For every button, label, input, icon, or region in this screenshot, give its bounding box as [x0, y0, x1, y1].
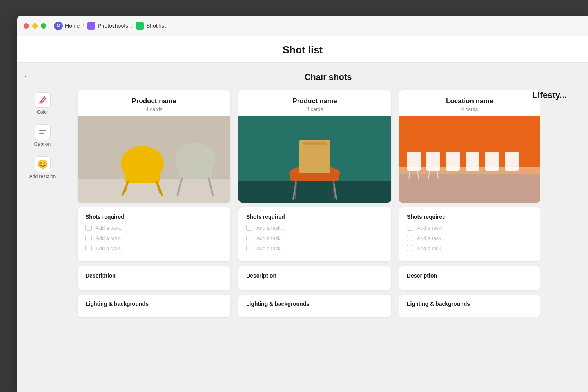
- column-1: Product name 4 cards: [78, 90, 230, 317]
- card-3: Location name 4 cards: [399, 90, 540, 203]
- svg-rect-33: [399, 174, 540, 203]
- task-3-3[interactable]: Add a task...: [407, 245, 532, 251]
- breadcrumb-home[interactable]: M Home: [54, 22, 80, 30]
- task-placeholder-1-3: Add a task...: [96, 245, 124, 251]
- svg-rect-39: [505, 152, 519, 171]
- checkbox-2-3[interactable]: [246, 245, 252, 251]
- sidebar-tool-color[interactable]: Color: [25, 88, 60, 119]
- breadcrumb-shotlist[interactable]: Shot list: [136, 22, 166, 30]
- breadcrumb-photoshoots[interactable]: Photoshoots: [87, 22, 128, 30]
- checkbox-1-1[interactable]: [85, 225, 92, 231]
- checkbox-2-1[interactable]: [246, 225, 252, 231]
- card-1-lighting: Lighting & backgrounds: [78, 295, 230, 317]
- sidebar: ← Color: [17, 63, 68, 392]
- home-icon: M: [54, 22, 63, 30]
- checkbox-1-3[interactable]: [85, 245, 92, 251]
- card-1-count: 4 cards: [85, 106, 223, 112]
- task-1-2[interactable]: Add a task...: [85, 235, 223, 241]
- task-placeholder-1-1: Add a task...: [96, 225, 124, 231]
- section-title-chair-shots: Chair shots: [78, 72, 579, 82]
- shots-section-3: Shots required Add a task... Add a task.…: [399, 207, 540, 261]
- card-3-header: Location name 4 cards: [399, 90, 540, 116]
- card-3-shots: Shots required Add a task... Add a task.…: [399, 207, 540, 261]
- svg-rect-21: [238, 181, 391, 203]
- desc-section-2: Description: [238, 266, 391, 290]
- shots-label-2: Shots required: [246, 214, 383, 220]
- desc-section-3: Description: [399, 266, 540, 290]
- breadcrumb-photoshoots-label: Photoshoots: [98, 23, 128, 29]
- checkbox-3-2[interactable]: [407, 235, 413, 241]
- svg-rect-25: [303, 142, 327, 145]
- shots-label-3: Shots required: [407, 214, 532, 220]
- color-tool-label: Color: [37, 109, 48, 115]
- card-2-shots: Shots required Add a task... Add a task.…: [238, 207, 391, 261]
- close-button[interactable]: [24, 23, 29, 29]
- desc-label-3: Description: [407, 272, 532, 279]
- checkbox-3-1[interactable]: [407, 225, 413, 231]
- caption-icon: [35, 124, 51, 140]
- card-3-desc: Description: [399, 266, 540, 290]
- svg-rect-38: [485, 152, 499, 171]
- task-3-1[interactable]: Add a task...: [407, 225, 532, 231]
- lighting-label-1: Lighting & backgrounds: [85, 301, 223, 307]
- lighting-label-2: Lighting & backgrounds: [246, 301, 383, 307]
- task-placeholder-2-3: Add a task...: [256, 245, 285, 251]
- photoshoots-icon: [87, 22, 95, 30]
- shotlist-icon: [136, 22, 144, 30]
- lifestyle-section-title: Lifesty...: [532, 90, 588, 100]
- card-3-image: [399, 116, 540, 203]
- card-2-header: Product name 4 cards: [238, 90, 391, 116]
- shots-label-1: Shots required: [85, 214, 223, 220]
- main-layout: ← Color: [17, 63, 588, 392]
- breadcrumb-sep-1: /: [83, 23, 84, 29]
- task-2-1[interactable]: Add a task...: [246, 225, 383, 231]
- task-placeholder-1-2: Add a task...: [96, 235, 124, 241]
- desc-section-1: Description: [78, 266, 230, 290]
- content-area: Chair shots Product name 4 cards: [68, 63, 588, 392]
- card-1-desc: Description: [78, 266, 230, 290]
- checkbox-3-3[interactable]: [407, 245, 413, 251]
- shots-section-1: Shots required Add a task... Add a task.…: [78, 207, 230, 261]
- app-window: M Home / Photoshoots / Shot list Shot li…: [17, 16, 588, 392]
- desc-label-2: Description: [246, 272, 383, 279]
- task-placeholder-3-2: Add a task...: [417, 235, 445, 241]
- card-3-name: Location name: [407, 97, 532, 105]
- task-1-3[interactable]: Add a task...: [85, 245, 223, 251]
- color-icon: [35, 92, 51, 108]
- card-2-image: [238, 116, 391, 203]
- back-button[interactable]: ←: [17, 69, 68, 83]
- card-2-count: 4 cards: [246, 106, 383, 112]
- breadcrumb-sep-2: /: [131, 23, 133, 29]
- svg-rect-37: [466, 152, 479, 171]
- checkbox-2-2[interactable]: [246, 235, 252, 241]
- breadcrumb: M Home / Photoshoots / Shot list: [54, 22, 166, 30]
- card-1-shots: Shots required Add a task... Add a task.…: [78, 207, 230, 261]
- breadcrumb-home-label: Home: [65, 23, 80, 29]
- add-reaction-label: Add reaction: [29, 174, 56, 179]
- sidebar-tool-caption[interactable]: Caption: [25, 120, 60, 151]
- checkbox-1-2[interactable]: [85, 235, 92, 241]
- lighting-section-2: Lighting & backgrounds: [238, 295, 391, 317]
- breadcrumb-shotlist-label: Shot list: [146, 23, 166, 29]
- cards-row: Product name 4 cards: [78, 90, 540, 317]
- task-placeholder-3-3: Add a task...: [417, 245, 445, 251]
- task-placeholder-3-1: Add a task...: [417, 225, 445, 231]
- minimize-button[interactable]: [32, 23, 38, 29]
- back-icon: ←: [24, 72, 31, 80]
- lighting-section-1: Lighting & backgrounds: [78, 295, 230, 317]
- task-1-1[interactable]: Add a task...: [85, 225, 223, 231]
- task-2-3[interactable]: Add a task...: [246, 245, 383, 251]
- sidebar-tool-add-reaction[interactable]: 😊 Add reaction: [25, 152, 60, 183]
- page-header: Shot list: [17, 36, 588, 63]
- task-3-2[interactable]: Add a task...: [407, 235, 532, 241]
- svg-rect-16: [179, 158, 212, 179]
- task-placeholder-2-1: Add a task...: [256, 225, 285, 231]
- column-3: Location name 4 cards: [399, 90, 540, 317]
- caption-tool-label: Caption: [34, 142, 51, 147]
- fullscreen-button[interactable]: [41, 23, 46, 29]
- svg-rect-10: [125, 162, 160, 183]
- lighting-section-3: Lighting & backgrounds: [399, 295, 540, 317]
- task-2-2[interactable]: Add a task...: [246, 235, 383, 241]
- card-2-name: Product name: [246, 97, 383, 105]
- traffic-lights: [24, 23, 46, 29]
